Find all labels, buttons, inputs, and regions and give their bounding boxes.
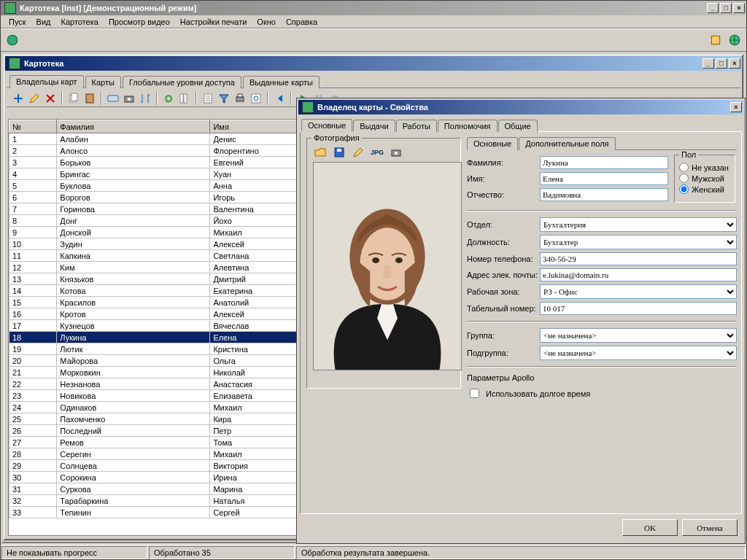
cell: Тарабаркина bbox=[57, 495, 210, 507]
label-phone: Номер телефона: bbox=[467, 254, 540, 263]
radio-gender-male[interactable] bbox=[679, 174, 689, 183]
menu-Справка[interactable]: Справка bbox=[281, 16, 322, 28]
dialog-tab-1[interactable]: Выдачи bbox=[353, 120, 395, 132]
dialog-tab-2[interactable]: Работы bbox=[396, 120, 437, 132]
svg-rect-13 bbox=[238, 94, 242, 97]
menu-Окно[interactable]: Окно bbox=[252, 16, 281, 28]
toolbar-add-icon[interactable] bbox=[11, 91, 26, 106]
dialog-close-button[interactable]: × bbox=[730, 102, 742, 112]
cell: Тепинин bbox=[57, 507, 210, 518]
cell: Князьков bbox=[57, 273, 210, 285]
cell: Незнанова bbox=[57, 378, 210, 390]
radio-gender-none[interactable] bbox=[679, 163, 689, 172]
cell: Алонсо bbox=[57, 145, 210, 157]
cell: Лютик bbox=[57, 343, 210, 355]
child-maximize-button[interactable]: □ bbox=[716, 58, 727, 69]
cell: 30 bbox=[9, 472, 57, 483]
cancel-button[interactable]: Отмена bbox=[682, 519, 738, 536]
toolbar-refresh-icon[interactable] bbox=[161, 91, 176, 106]
menu-Картотека[interactable]: Картотека bbox=[56, 16, 104, 28]
toolbar-first-icon[interactable] bbox=[272, 91, 287, 106]
toolbar-icon-run[interactable] bbox=[4, 31, 21, 49]
photo-save-icon[interactable] bbox=[332, 145, 347, 160]
input-tab-number[interactable] bbox=[540, 302, 737, 315]
label-name: Имя: bbox=[467, 174, 540, 183]
toolbar-paste-icon[interactable] bbox=[82, 91, 97, 106]
input-name[interactable] bbox=[540, 172, 668, 185]
toolbar-columns-icon[interactable] bbox=[177, 91, 192, 106]
statusbar: Не показывать прогресс Обработано 35 Обр… bbox=[1, 545, 746, 559]
svg-rect-5 bbox=[86, 94, 93, 103]
cell: Майорова bbox=[57, 355, 210, 367]
input-patronymic[interactable] bbox=[540, 188, 668, 201]
photo-jpg-icon[interactable]: JPG bbox=[370, 145, 384, 160]
gender-groupbox: Пол Не указан Мужской Женский bbox=[674, 155, 735, 203]
app-toolbar bbox=[1, 28, 746, 52]
cell: Сорокина bbox=[57, 472, 210, 483]
subfield-tab-1[interactable]: Дополнительные поля bbox=[519, 137, 615, 150]
child-minimize-button[interactable]: _ bbox=[703, 58, 714, 69]
toolbar-edit-icon[interactable] bbox=[27, 91, 42, 106]
subfield-tab-0[interactable]: Основные bbox=[467, 137, 518, 150]
app-maximize-button[interactable]: □ bbox=[720, 3, 732, 13]
dialog-tab-0[interactable]: Основные bbox=[301, 119, 352, 132]
card-file-titlebar: Картотека _ □ × bbox=[5, 56, 742, 71]
child-tab-2[interactable]: Глобальные уровни доступа bbox=[123, 76, 241, 88]
col-header[interactable]: № bbox=[9, 120, 57, 133]
toolbar-delete-icon[interactable] bbox=[43, 91, 58, 106]
label-patronymic: Отчество: bbox=[467, 190, 540, 199]
radio-gender-female-label: Женский bbox=[692, 185, 724, 194]
input-email[interactable] bbox=[540, 268, 737, 281]
select-position[interactable]: Бухгалтер bbox=[540, 235, 737, 249]
select-department[interactable]: Бухгалтерия bbox=[540, 217, 737, 232]
menu-Настройки печати[interactable]: Настройки печати bbox=[175, 16, 252, 28]
toolbar-preview-icon[interactable] bbox=[249, 91, 263, 106]
child-tab-1[interactable]: Карты bbox=[85, 76, 121, 88]
toolbar-card-icon[interactable] bbox=[106, 91, 120, 106]
cell: Одинаков bbox=[57, 402, 210, 413]
child-tab-3[interactable]: Выданные карты bbox=[243, 76, 320, 88]
cell: Пахомченко bbox=[57, 413, 210, 425]
toolbar-camera-icon[interactable] bbox=[122, 91, 136, 106]
cell: 5 bbox=[9, 180, 57, 192]
child-tab-0[interactable]: Владельцы карт bbox=[9, 75, 84, 88]
radio-gender-male-label: Мужской bbox=[692, 174, 724, 183]
toolbar-filter-icon[interactable] bbox=[217, 91, 231, 106]
select-subgroup[interactable]: <не назначена> bbox=[540, 346, 737, 360]
col-header[interactable]: Фамилия bbox=[57, 120, 210, 133]
cell: Донской bbox=[57, 227, 210, 238]
photo-camera-icon[interactable] bbox=[389, 145, 403, 160]
input-surname[interactable] bbox=[540, 156, 668, 169]
photo-clear-icon[interactable] bbox=[351, 145, 365, 160]
card-file-title: Картотека bbox=[23, 59, 701, 68]
menu-Пуск[interactable]: Пуск bbox=[4, 16, 31, 28]
select-zone[interactable]: РЗ - Офис bbox=[540, 284, 737, 299]
checkbox-long-time-label: Использовать долгое время bbox=[486, 389, 590, 398]
app-menubar: ПускВидКартотекаПросмотр видеоНастройки … bbox=[1, 15, 746, 28]
input-phone[interactable] bbox=[540, 252, 737, 265]
cell: 32 bbox=[9, 495, 57, 507]
toolbar-icon-hand[interactable] bbox=[707, 31, 724, 49]
app-close-button[interactable]: × bbox=[733, 3, 745, 13]
menu-Вид[interactable]: Вид bbox=[31, 16, 56, 28]
dialog-tab-3[interactable]: Полномочия bbox=[438, 120, 498, 132]
photo-open-icon[interactable] bbox=[313, 145, 328, 160]
label-subgroup: Подгруппа: bbox=[467, 349, 540, 357]
select-group[interactable]: <не назначена> bbox=[540, 328, 737, 343]
label-department: Отдел: bbox=[467, 220, 540, 229]
ok-button[interactable]: OK bbox=[622, 519, 678, 536]
cell: 33 bbox=[9, 507, 57, 518]
child-close-button[interactable]: × bbox=[729, 58, 740, 69]
checkbox-long-time[interactable] bbox=[470, 389, 479, 398]
dialog-titlebar[interactable]: Владелец карты - Свойства × bbox=[298, 100, 743, 114]
toolbar-copy-icon[interactable] bbox=[66, 91, 81, 106]
toolbar-icon-globe[interactable] bbox=[726, 31, 743, 49]
radio-gender-female[interactable] bbox=[679, 184, 689, 194]
menu-Просмотр видео[interactable]: Просмотр видео bbox=[104, 16, 175, 28]
toolbar-print-icon[interactable] bbox=[233, 91, 247, 106]
toolbar-export-icon[interactable] bbox=[201, 91, 215, 106]
toolbar-sort-icon[interactable] bbox=[138, 91, 152, 106]
app-minimize-button[interactable]: _ bbox=[707, 3, 719, 13]
svg-point-22 bbox=[395, 152, 398, 155]
dialog-tab-4[interactable]: Общие bbox=[498, 120, 538, 132]
